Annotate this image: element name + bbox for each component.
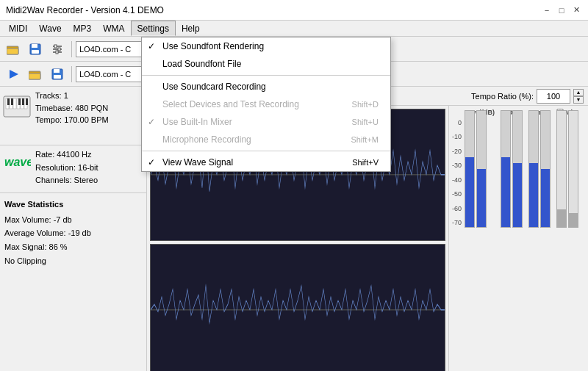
toolbar-sep-1 (71, 41, 72, 57)
title-bar-text: Midi2Wav Recorder - Version 4.1 DEMO (6, 5, 164, 15)
menu-use-soundcard-label: Use Soundcard Recording (162, 82, 266, 92)
svg-rect-25 (11, 98, 13, 105)
menu-midi[interactable]: MIDI (3, 21, 33, 36)
wave-play-icon (7, 68, 20, 80)
menu-use-soundfont[interactable]: Use Soundfont Rendering (142, 37, 390, 55)
menu-view-wave-shortcut: Shift+V (352, 158, 379, 167)
tempo-up-button[interactable]: ▲ (573, 89, 584, 96)
dropdown-sep-1 (142, 75, 390, 76)
svg-text:wave: wave (4, 156, 31, 168)
wave-save-button[interactable] (47, 64, 68, 84)
menu-mp3[interactable]: MP3 (68, 21, 98, 36)
midi-fill-2 (513, 163, 522, 227)
svg-rect-8 (54, 45, 57, 48)
svg-rect-32 (151, 245, 445, 372)
folder-icon (7, 43, 20, 55)
mic-bar-2 (568, 110, 578, 228)
svg-rect-3 (32, 44, 37, 48)
midi-timebase: Timebase: 480 PQN (35, 102, 109, 115)
wave-play-button[interactable] (3, 64, 24, 84)
open-button[interactable] (3, 39, 24, 60)
settings-button[interactable] (47, 39, 68, 60)
menu-mic-recording-shortcut: Shift+M (351, 135, 379, 144)
wave-section: wave Rate: 44100 Hz Resolution: 16-bit C… (0, 145, 146, 193)
font-bar-1 (528, 110, 539, 228)
wave-avg-volume: Average Volume: -19 db (4, 226, 142, 240)
dropdown-sep-2 (142, 151, 390, 151)
wave-open-button[interactable] (25, 64, 46, 84)
level-fill-right (477, 169, 486, 227)
midi-icon (3, 93, 31, 120)
wave-max-volume: Max Volume: -7 db (4, 213, 142, 227)
menu-mic-recording-label: Microphone Recording (162, 134, 251, 145)
menu-help[interactable]: Help (176, 21, 206, 36)
toolbar-sep-2 (71, 66, 72, 82)
menu-use-mixer: ✓ Use Built-In Mixer Shift+U (142, 113, 390, 131)
scale-20: -20 (452, 148, 462, 155)
font-fill-2 (541, 169, 550, 227)
wave-channels: Channels: Stereo (35, 174, 98, 187)
meters-panel: 0 -10 -20 -30 -40 -50 -60 -70 Level(dB) (448, 106, 588, 371)
minimize-button[interactable]: − (541, 4, 553, 16)
level-fill-left (465, 157, 474, 227)
menu-use-mixer-shortcut: Shift+U (352, 118, 379, 126)
midi-tracks: Tracks: 1 (35, 90, 109, 102)
font-fill-1 (529, 163, 538, 227)
menu-settings[interactable]: Settings (131, 21, 176, 36)
svg-rect-9 (58, 48, 60, 51)
menu-use-mixer-label: Use Built-In Mixer (162, 117, 232, 127)
menu-select-devices: Select Devices and Test Recording Shift+… (142, 96, 390, 113)
wave-folder-icon (29, 68, 42, 80)
midi-fill-1 (501, 157, 510, 227)
scale-50: -50 (452, 190, 462, 198)
tempo-ratio-label: Tempo Ratio (%): (471, 92, 534, 101)
wave-info: Rate: 44100 Hz Resolution: 16-bit Channe… (35, 148, 98, 187)
svg-rect-27 (22, 98, 24, 105)
menu-load-soundfont[interactable]: Load Soundfont File (142, 55, 390, 73)
svg-marker-11 (10, 70, 18, 79)
wave-max-signal: Max Signal: 86 % (4, 240, 142, 254)
title-bar: Midi2Wav Recorder - Version 4.1 DEMO − □… (0, 0, 588, 21)
wave-stats: Wave Statistics Max Volume: -7 db Averag… (0, 193, 146, 272)
scale-30: -30 (452, 162, 462, 169)
wave-resolution: Resolution: 16-bit (35, 162, 98, 175)
tempo-ratio-input[interactable] (537, 89, 570, 104)
menu-view-wave[interactable]: View Wave Signal Shift+V (142, 154, 390, 171)
waveform-svg-2 (151, 245, 445, 372)
menu-use-soundcard[interactable]: Use Soundcard Recording (142, 78, 390, 96)
wave-stats-title: Wave Statistics (4, 198, 142, 212)
midi-bar-1 (501, 110, 511, 228)
save-icon (29, 43, 41, 55)
level-bar-right (476, 110, 487, 228)
menu-load-soundfont-label: Load Soundfont File (162, 59, 241, 69)
scale-10: -10 (452, 133, 462, 140)
close-button[interactable]: ✕ (570, 4, 582, 16)
scale-40: -40 (452, 176, 462, 184)
sliders-icon (51, 43, 63, 55)
tempo-down-button[interactable]: ▼ (573, 96, 584, 104)
wave-clipping: No Clipping (4, 254, 142, 268)
wave-rate: Rate: 44100 Hz (35, 148, 98, 162)
menu-mic-recording: Microphone Recording Shift+M (142, 131, 390, 148)
menu-wave[interactable]: Wave (33, 21, 67, 36)
menu-use-soundfont-label: Use Soundfont Rendering (162, 41, 264, 51)
scale-60: -60 (452, 205, 462, 212)
maximize-button[interactable]: □ (556, 4, 567, 16)
mic-bar-1 (556, 110, 567, 228)
mic-fill-2 (569, 213, 578, 227)
menu-view-wave-label: View Wave Signal (162, 157, 233, 168)
save-button[interactable] (25, 39, 46, 60)
svg-rect-20 (13, 98, 16, 109)
wave-icon: wave (3, 150, 31, 173)
scale-0: 0 (452, 119, 462, 126)
menu-select-devices-shortcut: Shift+D (352, 100, 379, 109)
menu-select-devices-label: Select Devices and Test Recording (162, 99, 299, 109)
wave-save-icon (51, 68, 63, 80)
svg-rect-16 (54, 75, 61, 79)
svg-rect-13 (29, 73, 40, 79)
title-bar-controls: − □ ✕ (541, 4, 582, 16)
menu-wma[interactable]: WMA (97, 21, 130, 36)
svg-rect-1 (7, 48, 18, 54)
level-bar-left (465, 110, 475, 228)
svg-rect-26 (18, 98, 21, 105)
